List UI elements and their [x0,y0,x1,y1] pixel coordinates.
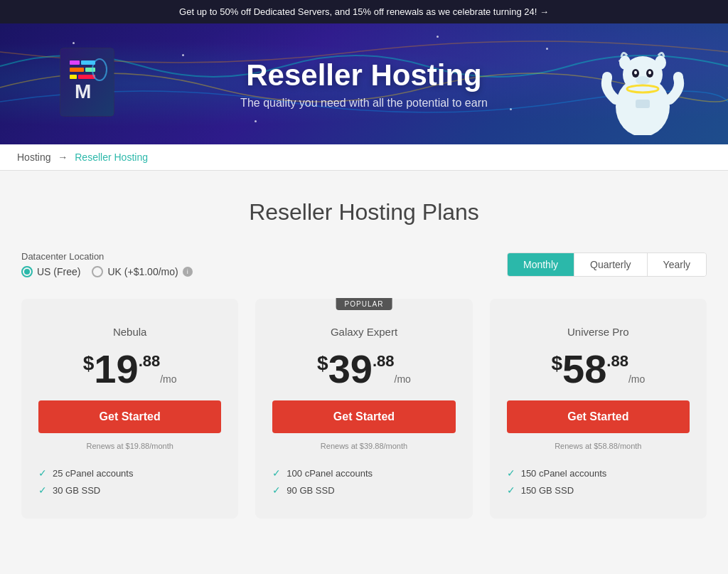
feature-item: ✓ 30 GB SSD [38,482,221,499]
feature-label: 25 cPanel accounts [53,468,133,479]
plan-nebula-period: /mo [160,373,176,385]
check-icon: ✓ [272,467,281,479]
datacenter-radio-group: US (Free) UK (+$1.00/mo) i [21,266,193,277]
plan-galaxy-main: 39 [328,349,373,389]
plan-nebula-price: $ 19 .88 /mo [83,349,177,389]
svg-point-18 [648,71,651,75]
plan-galaxy-cta[interactable]: Get Started [272,400,455,433]
datacenter-uk-option[interactable]: UK (+$1.00/mo) i [92,266,192,277]
datacenter-section: Datacenter Location US (Free) UK (+$1.00… [21,251,193,277]
plan-nebula-renew: Renews at $19.88/month [87,442,173,450]
plan-galaxy-name: Galaxy Expert [331,326,397,338]
hero-banner: M Reseller Hosting The quality you need … [0,23,728,144]
page-title: Reseller Hosting Plans [21,199,707,225]
plan-universe-pro: Universe Pro $ 58 .88 /mo Get Started Re… [490,299,707,519]
breadcrumb-current[interactable]: Reseller Hosting [75,152,148,163]
hero-yeti [600,36,685,144]
hero-title: Reseller Hosting [240,58,488,92]
plan-universe-cta[interactable]: Get Started [507,400,690,433]
plan-nebula-decimal: .88 [139,352,161,371]
announcement-text: Get up to 50% off Dedicated Servers, and… [179,6,549,17]
radio-uk-dot [92,266,103,277]
feature-label: 150 GB SSD [521,485,574,496]
billing-yearly-button[interactable]: Yearly [648,253,706,276]
plan-nebula-name: Nebula [113,326,147,338]
svg-text:M: M [75,80,91,102]
plan-universe-name: Universe Pro [567,326,629,338]
feature-label: 100 cPanel accounts [287,468,373,479]
radio-us-dot [21,266,33,277]
hero-notebook: M [57,45,121,123]
feature-item: ✓ 100 cPanel accounts [272,464,455,482]
plan-universe-period: /mo [628,373,645,385]
check-icon: ✓ [507,467,515,479]
info-icon[interactable]: i [183,267,193,277]
feature-label: 90 GB SSD [287,485,334,496]
svg-point-19 [636,76,650,85]
check-icon: ✓ [38,467,47,479]
plan-universe-main: 58 [562,349,606,389]
svg-rect-9 [70,75,77,79]
feature-item: ✓ 25 cPanel accounts [38,464,221,482]
plan-universe-features: ✓ 150 cPanel accounts ✓ 150 GB SSD [507,464,690,499]
breadcrumb-arrow: → [58,152,68,163]
svg-rect-25 [636,100,650,108]
plan-nebula: Nebula $ 19 .88 /mo Get Started Renews a… [21,299,238,519]
feature-label: 30 GB SSD [53,485,100,496]
billing-toggle: Monthly Quarterly Yearly [507,253,707,277]
svg-point-23 [673,72,683,82]
plan-nebula-features: ✓ 25 cPanel accounts ✓ 30 GB SSD [38,464,221,499]
plan-universe-dollar: $ [551,352,562,375]
plan-galaxy-price: $ 39 .88 /mo [317,349,411,389]
plan-galaxy-period: /mo [395,373,411,385]
hero-content: Reseller Hosting The quality you need wi… [240,58,488,110]
breadcrumb: Hosting → Reseller Hosting [0,144,728,171]
svg-point-20 [619,55,631,70]
plan-universe-price: $ 58 .88 /mo [551,349,645,389]
plan-galaxy-renew: Renews at $39.88/month [321,442,407,450]
billing-quarterly-button[interactable]: Quarterly [574,253,648,276]
plan-galaxy-dollar: $ [317,352,328,375]
plan-galaxy-decimal: .88 [373,352,395,371]
plan-nebula-cta[interactable]: Get Started [38,400,221,433]
plan-universe-renew: Renews at $58.88/month [555,442,641,450]
feature-item: ✓ 150 GB SSD [507,482,690,499]
check-icon: ✓ [38,484,47,496]
svg-rect-8 [85,68,95,72]
feature-item: ✓ 90 GB SSD [272,482,455,499]
check-icon: ✓ [272,484,281,496]
plan-nebula-main: 19 [94,349,138,389]
plan-galaxy-features: ✓ 100 cPanel accounts ✓ 90 GB SSD [272,464,455,499]
popular-badge: POPULAR [336,298,392,310]
billing-monthly-button[interactable]: Monthly [508,253,574,276]
datacenter-us-option[interactable]: US (Free) [21,266,80,277]
svg-point-17 [634,71,637,75]
svg-point-22 [602,72,612,82]
datacenter-label: Datacenter Location [21,251,193,262]
plans-grid: Nebula $ 19 .88 /mo Get Started Renews a… [21,299,707,519]
filters-row: Datacenter Location US (Free) UK (+$1.00… [21,251,707,277]
main-content: Reseller Hosting Plans Datacenter Locati… [0,171,728,561]
svg-point-21 [655,55,666,70]
datacenter-us-label: US (Free) [37,266,80,277]
check-icon: ✓ [507,484,515,496]
feature-label: 150 cPanel accounts [521,468,607,479]
datacenter-uk-label: UK (+$1.00/mo) [107,266,178,277]
svg-rect-7 [70,68,84,72]
plan-universe-decimal: .88 [606,352,628,371]
hero-subtitle: The quality you need with all the potent… [240,97,488,110]
breadcrumb-parent: Hosting [17,152,50,163]
svg-rect-5 [70,60,80,65]
plan-nebula-dollar: $ [83,352,95,375]
feature-item: ✓ 150 cPanel accounts [507,464,690,482]
plan-galaxy-expert: POPULAR Galaxy Expert $ 39 .88 /mo Get S… [255,299,472,519]
announcement-bar: Get up to 50% off Dedicated Servers, and… [0,0,728,23]
